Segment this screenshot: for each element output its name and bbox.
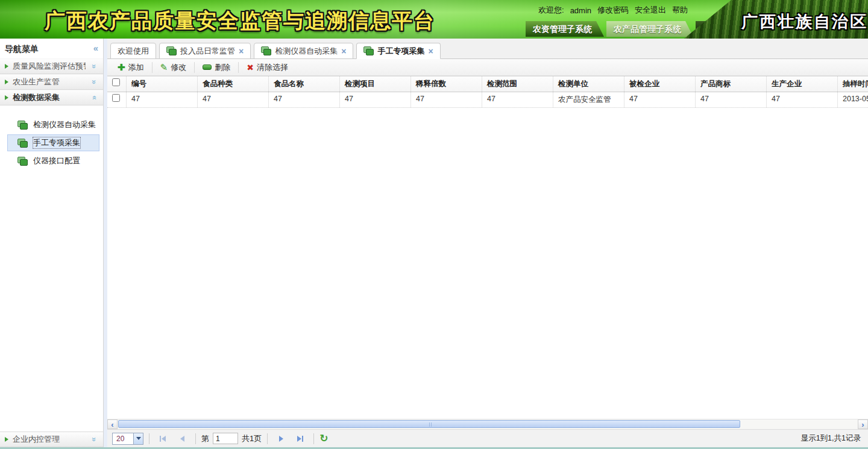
sidebar-item-auto-collect[interactable]: 检测仪器自动采集 — [7, 116, 99, 133]
column-header[interactable]: 编号 — [127, 77, 198, 92]
refresh-icon[interactable]: ↻ — [319, 434, 328, 444]
layers-icon — [17, 139, 28, 148]
triangle-left-icon — [180, 436, 184, 442]
app-title: 广西农产品质量安全监管与追溯信息平台 — [45, 7, 435, 35]
column-header[interactable]: 稀释倍数 — [411, 77, 482, 92]
column-header[interactable]: 被检企业 — [624, 77, 696, 92]
scroll-left-button[interactable]: ‹ — [107, 419, 118, 429]
next-page-button[interactable] — [273, 433, 289, 445]
delete-button[interactable]: 删除 — [197, 60, 236, 75]
page-prefix: 第 — [201, 433, 209, 444]
sidebar-item-label: 仪器接口配置 — [33, 155, 80, 166]
section-label: 农业生产监管 — [13, 75, 86, 89]
page-size-select[interactable]: 20 — [112, 433, 143, 445]
chevron-double-down-icon[interactable]: » — [87, 78, 101, 86]
sidebar-item-interface-config[interactable]: 仪器接口配置 — [7, 152, 99, 169]
horizontal-scrollbar: ‹ › — [107, 419, 868, 429]
main-panel: 欢迎使用 投入品日常监管 × 检测仪器自动采集 × 手工专项采集 × ✚ 添加 — [107, 39, 868, 447]
edit-button[interactable]: ✎ 修改 — [155, 60, 192, 75]
column-header[interactable]: 检测项目 — [340, 77, 411, 92]
close-icon[interactable]: × — [341, 48, 346, 55]
sidebar-item-label: 检测仪器自动采集 — [33, 119, 96, 130]
tab-label: 检测仪器自动采集 — [275, 43, 338, 58]
play-icon — [5, 64, 8, 69]
record-count-status: 显示1到1,共1记录 — [801, 433, 863, 444]
column-header[interactable]: 生产企业 — [767, 77, 838, 92]
pager-separator — [149, 433, 149, 444]
change-password-link[interactable]: 修改密码 — [597, 5, 629, 16]
triangle-left-icon — [162, 436, 166, 442]
tab-auto-collect[interactable]: 检测仪器自动采集 × — [254, 43, 353, 59]
tab-manual-collect[interactable]: 手工专项采集 × — [356, 43, 440, 59]
row-checkbox[interactable] — [112, 94, 120, 102]
pager-separator — [195, 433, 196, 444]
close-icon[interactable]: × — [428, 48, 433, 55]
table-cell: 47 — [340, 92, 411, 107]
chevron-double-down-icon[interactable]: » — [87, 435, 101, 444]
triangle-right-icon — [297, 436, 301, 442]
subsystem-tab-nongzi[interactable]: 农资管理子系统 — [526, 21, 604, 37]
close-icon[interactable]: × — [239, 48, 244, 55]
add-button[interactable]: ✚ 添加 — [112, 60, 149, 75]
tab-input-supervision[interactable]: 投入品日常监管 × — [159, 43, 251, 59]
section-label: 企业内控管理 — [13, 432, 86, 447]
pagination-bar: 20 第 共1页 ↻ 显示1到1,共1记录 — [107, 429, 868, 447]
column-header[interactable]: 抽样时间 — [838, 77, 868, 92]
sidebar-collapse-icon[interactable]: « — [93, 44, 98, 52]
layers-icon — [363, 46, 374, 55]
tab-label: 欢迎使用 — [118, 43, 149, 58]
tab-label: 手工专项采集 — [377, 43, 424, 58]
section-label: 检测数据采集 — [13, 90, 86, 105]
column-header[interactable]: 食品种类 — [198, 77, 269, 92]
sidebar-section-detection-data[interactable]: 检测数据采集 » — [0, 90, 103, 105]
pencil-icon: ✎ — [160, 63, 168, 72]
button-label: 删除 — [215, 62, 230, 73]
sidebar-section-internal-control[interactable]: 企业内控管理 » — [0, 432, 103, 447]
table-cell: 47 — [624, 92, 696, 107]
select-all-checkbox[interactable] — [112, 78, 120, 86]
button-label: 修改 — [171, 62, 186, 73]
scrollbar-thumb[interactable] — [118, 420, 740, 428]
clear-selection-button[interactable]: ✖ 清除选择 — [241, 60, 294, 75]
column-header[interactable]: 产品商标 — [696, 77, 767, 92]
scroll-right-button[interactable]: › — [858, 419, 868, 429]
sidebar-section-production[interactable]: 农业生产监管 » — [0, 74, 103, 90]
table-cell: 47 — [696, 92, 767, 107]
prev-page-button[interactable] — [174, 433, 190, 445]
scrollbar-track[interactable] — [118, 419, 858, 429]
column-header[interactable]: 检测单位 — [553, 77, 624, 92]
red-x-icon: ✖ — [247, 63, 254, 72]
sidebar-section-panel: 检测仪器自动采集 手工专项采集 仪器接口配置 — [0, 105, 103, 432]
sidebar-item-manual-collect[interactable]: 手工专项采集 — [7, 134, 99, 151]
table-row[interactable]: 47 47 47 47 47 47 农产品安全监管 47 47 47 2013-… — [107, 92, 868, 108]
datagrid: 编号 食品种类 食品名称 检测项目 稀释倍数 检测范围 检测单位 被检企业 产品… — [107, 76, 868, 108]
table-cell: 农产品安全监管 — [553, 92, 624, 107]
chevron-double-down-icon[interactable]: » — [87, 62, 101, 71]
tab-welcome[interactable]: 欢迎使用 — [110, 43, 156, 59]
toolbar-separator — [194, 62, 195, 73]
logout-link[interactable]: 安全退出 — [635, 5, 666, 16]
scrollbar-grip — [429, 422, 433, 427]
page-number-input[interactable] — [213, 433, 238, 444]
chevron-down-icon[interactable] — [133, 433, 143, 444]
table-cell: 47 — [127, 92, 198, 107]
toolbar-separator — [152, 62, 153, 73]
last-page-button[interactable] — [292, 433, 308, 445]
play-icon — [5, 437, 8, 442]
layers-icon — [166, 46, 177, 55]
column-header[interactable]: 食品名称 — [269, 77, 340, 92]
table-cell: 47 — [411, 92, 482, 107]
layers-icon — [17, 157, 28, 166]
button-label: 清除选择 — [257, 62, 288, 73]
sidebar-section-risk-warning[interactable]: 质量风险监测评估预警 » — [0, 58, 103, 74]
grid-toolbar: ✚ 添加 ✎ 修改 删除 ✖ 清除选择 — [107, 59, 868, 76]
play-icon — [5, 80, 8, 84]
tab-label: 投入品日常监管 — [180, 43, 235, 58]
first-page-button[interactable] — [155, 433, 171, 445]
subsystem-tab-nongchanpin[interactable]: 农产品管理子系统 — [606, 21, 693, 37]
pager-separator — [267, 433, 268, 444]
column-header[interactable]: 检测范围 — [482, 77, 553, 92]
table-cell: 47 — [767, 92, 838, 107]
help-link[interactable]: 帮助 — [672, 5, 688, 16]
chevron-double-up-icon[interactable]: » — [87, 93, 101, 102]
